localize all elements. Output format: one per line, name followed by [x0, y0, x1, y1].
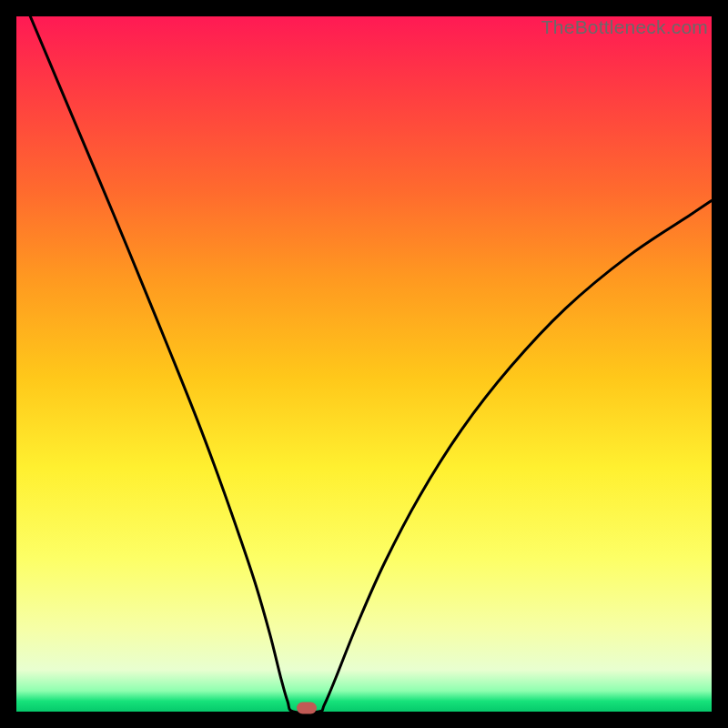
- bottleneck-curve: [16, 16, 712, 712]
- watermark-text: TheBottleneck.com: [541, 16, 708, 38]
- plot-area: TheBottleneck.com: [16, 16, 712, 712]
- chart-frame: TheBottleneck.com: [16, 16, 712, 712]
- optimal-marker: [297, 703, 317, 714]
